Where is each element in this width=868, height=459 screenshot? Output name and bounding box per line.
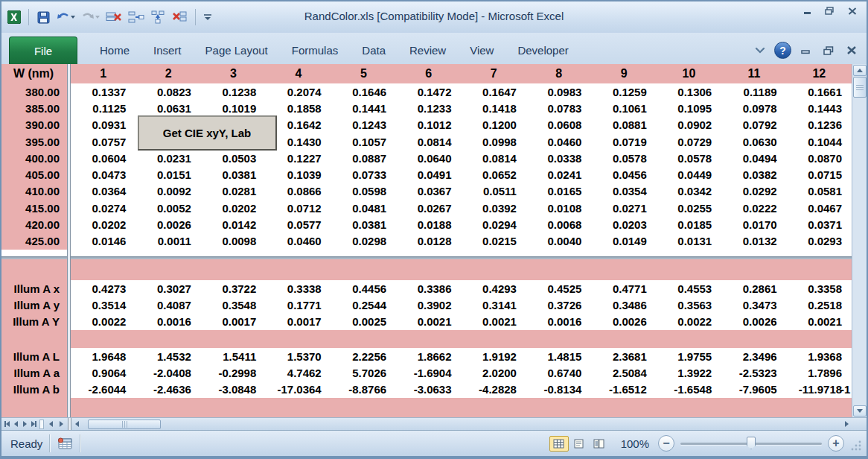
cell[interactable]: -7.9605 <box>721 381 786 397</box>
scroll-up-button[interactable] <box>853 65 867 76</box>
zoom-in-button[interactable]: + <box>828 435 844 452</box>
cell[interactable]: 0.0040 <box>526 233 591 250</box>
customize-quick-access-button[interactable] <box>202 11 214 23</box>
cell[interactable]: 0.0733 <box>331 166 396 183</box>
cell[interactable]: 0.0367 <box>396 183 461 200</box>
scroll-left-button[interactable] <box>71 420 82 429</box>
cell[interactable]: 0.0021 <box>787 314 852 330</box>
cell[interactable]: 0.6740 <box>526 364 591 381</box>
column-header[interactable]: 12 <box>787 64 852 83</box>
cell[interactable]: 0.1443 <box>787 100 852 116</box>
cell[interactable]: 0.0382 <box>721 166 786 183</box>
left-pane-scroll-right-button[interactable] <box>56 420 66 429</box>
cell[interactable]: 1.3922 <box>657 364 721 381</box>
cell[interactable]: 0.0460 <box>266 233 331 250</box>
cell[interactable]: -1.6548 <box>657 381 721 397</box>
blank-band-row[interactable] <box>1 259 852 280</box>
cell[interactable]: 2.3681 <box>591 348 656 364</box>
column-header[interactable]: 1 <box>71 64 135 83</box>
cell[interactable]: 0.2544 <box>331 297 396 313</box>
cell[interactable]: 4.7462 <box>266 364 331 381</box>
cell[interactable]: 0.3141 <box>462 297 526 313</box>
cell[interactable]: 0.1771 <box>266 297 331 313</box>
tab-split-handle[interactable] <box>39 420 44 429</box>
cell[interactable]: 0.0783 <box>526 100 591 116</box>
column-header[interactable]: 2 <box>135 64 200 83</box>
row-header[interactable]: Illum A Y <box>1 314 67 330</box>
row-header[interactable]: 390.00 <box>1 117 67 133</box>
cell[interactable]: 0.1661 <box>787 83 852 100</box>
row-header[interactable]: Illum A L <box>1 348 67 364</box>
row-header[interactable]: 425.00 <box>1 233 67 250</box>
cell[interactable]: 0.0342 <box>657 183 721 200</box>
cell[interactable]: 0.0293 <box>787 233 852 250</box>
cell[interactable]: 0.0652 <box>462 166 526 183</box>
column-header[interactable]: 3 <box>201 64 266 83</box>
zoom-out-button[interactable]: − <box>658 435 674 452</box>
column-header[interactable]: 9 <box>591 64 656 83</box>
cell[interactable]: 0.0017 <box>266 314 331 330</box>
row-header[interactable]: 400.00 <box>1 150 67 166</box>
previous-sheet-button[interactable] <box>12 420 20 429</box>
cell[interactable]: 0.0022 <box>657 314 721 330</box>
cell[interactable]: 0.0719 <box>591 133 656 150</box>
cell[interactable]: 0.3722 <box>201 280 266 297</box>
cell[interactable]: 0.0151 <box>135 166 200 183</box>
cell[interactable]: 0.0931 <box>71 117 135 133</box>
delete-cells-button[interactable] <box>170 9 189 25</box>
cell[interactable]: 0.1646 <box>331 83 396 100</box>
delete-rows-button[interactable] <box>104 9 124 25</box>
undo-dropdown-icon[interactable] <box>71 16 75 19</box>
tab-file[interactable]: File <box>9 37 77 64</box>
cell[interactable]: 0.0202 <box>71 216 135 232</box>
cell[interactable]: -2.0408 <box>135 364 200 381</box>
cell[interactable]: 0.0146 <box>71 233 135 250</box>
close-button[interactable] <box>842 4 862 17</box>
cell[interactable]: 0.4525 <box>526 280 591 297</box>
cell[interactable]: 0.0292 <box>721 183 786 200</box>
cell[interactable]: 0.0149 <box>591 233 656 250</box>
cell[interactable]: 0.0381 <box>201 166 266 183</box>
cell[interactable]: 0.0021 <box>462 314 526 330</box>
last-sheet-button[interactable] <box>30 420 38 429</box>
cell[interactable]: 0.0870 <box>787 150 852 166</box>
zoom-level-label[interactable]: 100% <box>621 437 649 450</box>
workbook-close-button[interactable] <box>843 44 861 57</box>
cell[interactable]: 0.3726 <box>526 297 591 313</box>
cell[interactable]: 1.5411 <box>201 348 266 364</box>
row-header[interactable]: 405.00 <box>1 166 67 183</box>
cell[interactable]: 0.0188 <box>396 216 461 232</box>
workbook-restore-button[interactable] <box>820 44 837 57</box>
clipped-cell[interactable]: -1 <box>840 381 852 397</box>
cell[interactable]: 0.1057 <box>331 133 396 150</box>
cell[interactable]: 0.0131 <box>657 233 721 250</box>
cell[interactable]: 0.3486 <box>591 297 656 313</box>
cell[interactable]: 0.0364 <box>71 183 135 200</box>
cell[interactable]: 0.0630 <box>721 133 786 150</box>
redo-dropdown-icon[interactable] <box>95 16 100 19</box>
cell[interactable]: 0.0460 <box>526 133 591 150</box>
left-pane-scroll-left-button[interactable] <box>45 420 56 429</box>
cell[interactable]: 0.0381 <box>331 216 396 232</box>
column-header[interactable]: 4 <box>266 64 331 83</box>
cell[interactable]: 0.0026 <box>721 314 786 330</box>
cell[interactable]: 0.0142 <box>201 216 266 232</box>
cell[interactable]: 0.0503 <box>201 150 266 166</box>
cell[interactable]: 0.2074 <box>266 83 331 100</box>
excel-logo-icon[interactable] <box>6 9 22 25</box>
cell[interactable]: 0.0128 <box>396 233 461 250</box>
cell[interactable]: -3.0633 <box>396 381 461 397</box>
tab-data[interactable]: Data <box>350 37 398 64</box>
vertical-scrollbar[interactable] <box>852 64 867 417</box>
cell[interactable]: 0.3473 <box>721 297 786 313</box>
minimize-button[interactable] <box>797 4 817 17</box>
cell[interactable]: 0.0998 <box>462 133 526 150</box>
cell[interactable]: 2.5084 <box>591 364 656 381</box>
redo-button[interactable] <box>80 10 101 25</box>
cell[interactable]: 0.0016 <box>526 314 591 330</box>
cell[interactable]: 0.0792 <box>721 117 786 133</box>
cell[interactable]: -17.0364 <box>266 381 331 397</box>
cell[interactable]: 0.0241 <box>526 166 591 183</box>
cell[interactable]: 0.0016 <box>135 314 200 330</box>
cell[interactable]: 0.0203 <box>591 216 656 232</box>
